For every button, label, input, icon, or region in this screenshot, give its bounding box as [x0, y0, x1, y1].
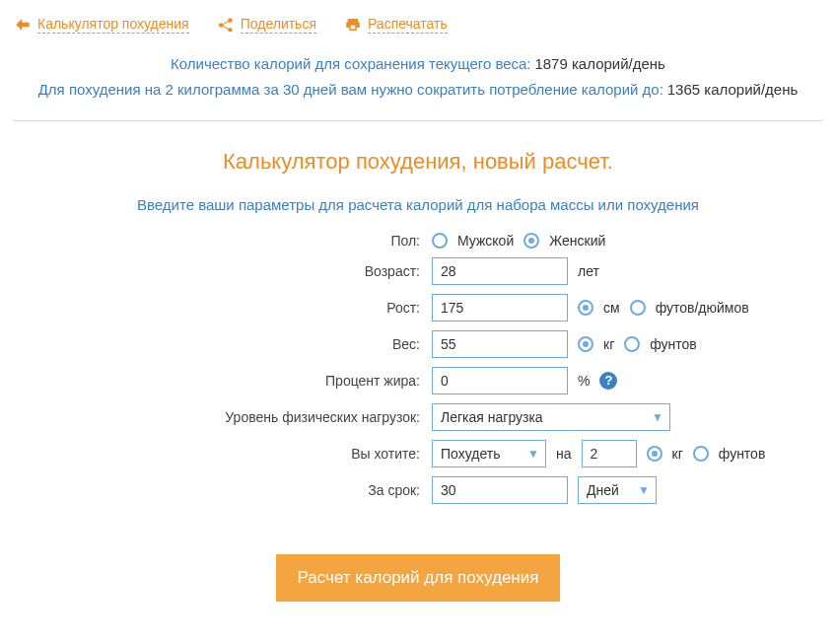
- period-unit-value: Дней: [587, 482, 619, 498]
- gender-male-label[interactable]: Мужской: [457, 233, 514, 249]
- goal-select-value: Похудеть: [441, 446, 500, 462]
- goal-lb-radio[interactable]: [693, 446, 709, 462]
- goal-sep: на: [556, 446, 572, 462]
- page-subtitle: Введите ваши параметры для расчета калор…: [8, 196, 828, 213]
- fat-unit: %: [578, 373, 590, 389]
- height-cm-radio[interactable]: [578, 300, 593, 316]
- period-label: За срок:: [8, 482, 422, 498]
- activity-select-value: Легкая нагрузка: [441, 409, 543, 425]
- weight-lb-radio[interactable]: [624, 336, 640, 352]
- gender-label: Пол:: [8, 233, 422, 249]
- back-arrow-icon: [14, 16, 32, 34]
- goal-label: Вы хотите:: [8, 446, 422, 462]
- results-block: Количество калорий для сохранения текуще…: [16, 51, 820, 103]
- fat-help-icon[interactable]: ?: [599, 372, 617, 390]
- weight-input[interactable]: [432, 330, 568, 358]
- fat-input[interactable]: [432, 367, 568, 394]
- submit-button[interactable]: Расчет калорий для похудения: [276, 554, 561, 602]
- divider: [14, 120, 822, 121]
- page-title: Калькулятор похудения, новый расчет.: [8, 149, 828, 175]
- result-maintain-value: 1879 калорий/день: [534, 55, 665, 72]
- period-unit-select[interactable]: Дней ▼: [578, 476, 657, 504]
- height-cm-label[interactable]: см: [603, 300, 620, 316]
- form: Пол: Мужской Женский Возраст: лет Рост: …: [8, 233, 828, 602]
- chevron-down-icon: ▼: [652, 410, 663, 424]
- height-label: Рост:: [8, 300, 422, 316]
- chevron-down-icon: ▼: [527, 447, 539, 461]
- goal-amount-input[interactable]: [582, 440, 637, 467]
- share-link[interactable]: Поделиться: [217, 16, 316, 34]
- goal-select[interactable]: Похудеть ▼: [432, 440, 546, 467]
- height-ft-radio[interactable]: [630, 300, 646, 316]
- back-link-label: Калькулятор похудения: [37, 16, 189, 34]
- activity-label: Уровень физических нагрузок:: [8, 409, 422, 425]
- fat-label: Процент жира:: [8, 373, 422, 389]
- print-link-label: Распечатать: [368, 16, 448, 34]
- back-link[interactable]: Калькулятор похудения: [14, 16, 189, 34]
- age-input[interactable]: [432, 257, 568, 285]
- weight-kg-label[interactable]: кг: [603, 336, 614, 352]
- weight-lb-label[interactable]: фунтов: [650, 336, 697, 352]
- activity-select[interactable]: Легкая нагрузка ▼: [432, 403, 670, 431]
- period-input[interactable]: [432, 476, 568, 504]
- print-link[interactable]: Распечатать: [344, 16, 448, 34]
- age-label: Возраст:: [8, 263, 422, 279]
- goal-kg-label[interactable]: кг: [672, 446, 683, 462]
- age-unit: лет: [578, 263, 599, 279]
- goal-kg-radio[interactable]: [647, 446, 662, 462]
- chevron-down-icon: ▼: [638, 483, 650, 497]
- gender-female-label[interactable]: Женский: [549, 233, 605, 249]
- share-icon: [217, 16, 235, 34]
- print-icon: [344, 16, 362, 34]
- share-link-label: Поделиться: [241, 16, 316, 34]
- height-ft-label[interactable]: футов/дюймов: [656, 300, 749, 316]
- result-lose-value: 1365 калорий/день: [667, 81, 799, 98]
- gender-male-radio[interactable]: [432, 233, 448, 249]
- weight-label: Вес:: [8, 336, 422, 352]
- gender-female-radio[interactable]: [523, 233, 539, 249]
- result-maintain-label: Количество калорий для сохранения текуще…: [171, 55, 530, 72]
- goal-lb-label[interactable]: фунтов: [719, 446, 766, 462]
- result-lose-label: Для похудения на 2 килограмма за 30 дней…: [38, 81, 663, 98]
- height-input[interactable]: [432, 294, 568, 322]
- weight-kg-radio[interactable]: [578, 336, 593, 352]
